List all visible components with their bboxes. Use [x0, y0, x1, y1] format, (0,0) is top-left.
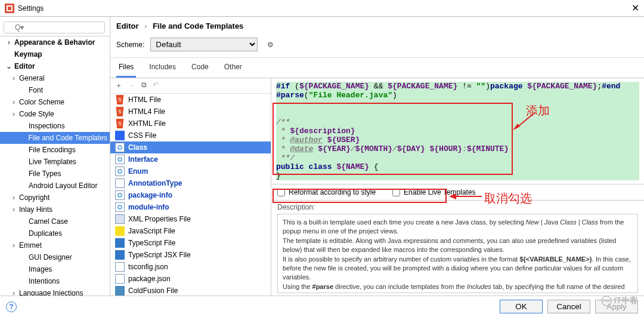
help-icon[interactable]: ?: [6, 301, 17, 312]
scheme-label: Scheme:: [116, 41, 144, 49]
tree-node-label: Inlay Hints: [19, 205, 52, 214]
search-input[interactable]: [4, 21, 105, 33]
list-item-label: XHTML File: [128, 119, 166, 128]
tree-node[interactable]: GUI Designer: [0, 251, 110, 263]
tree-node-label: Color Scheme: [19, 98, 64, 106]
tree-node[interactable]: ›Emmet: [0, 239, 110, 251]
file-icon: [115, 107, 125, 116]
tree-node[interactable]: ›Code Style: [0, 108, 110, 120]
list-item-label: Enum: [128, 167, 148, 176]
file-icon: [115, 250, 125, 260]
tab-other[interactable]: Other: [222, 58, 244, 78]
tree-node[interactable]: Images: [0, 263, 110, 275]
chevron-icon: ›: [11, 110, 17, 118]
breadcrumb-b: File and Code Templates: [153, 21, 243, 30]
tree-node-label: Editor: [14, 62, 35, 70]
breadcrumb-a: Editor: [116, 21, 139, 30]
template-list-item[interactable]: HTML4 File: [110, 106, 271, 118]
minus-icon[interactable]: －: [128, 81, 135, 91]
description-title: Description:: [271, 201, 644, 213]
tree-node-label: File Encodings: [29, 146, 76, 154]
tree-node[interactable]: ›Color Scheme: [0, 96, 110, 108]
list-item-label: AnnotationType: [128, 179, 182, 187]
tree-node[interactable]: ›Inlay Hints: [0, 204, 110, 216]
list-item-label: HTML4 File: [128, 107, 165, 116]
template-list-item[interactable]: module-info: [110, 201, 271, 213]
apply-button[interactable]: Apply: [595, 300, 638, 313]
ok-button[interactable]: OK: [500, 300, 543, 313]
plus-icon[interactable]: ＋: [115, 81, 122, 91]
template-list-item[interactable]: package.json: [110, 273, 271, 285]
template-editor[interactable]: #if (${PACKAGE_NAME} && ${PACKAGE_NAME} …: [271, 78, 644, 184]
list-item-label: TypeScript JSX File: [128, 251, 191, 259]
template-list-item[interactable]: TypeScript File: [110, 237, 271, 249]
template-list-item[interactable]: tsconfig.json: [110, 261, 271, 273]
window-title: Settings: [18, 4, 631, 13]
close-icon[interactable]: ✕: [631, 2, 639, 14]
file-icon: [115, 95, 125, 104]
chevron-icon: ⌄: [6, 62, 12, 70]
tree-node-label: Live Templates: [29, 158, 76, 166]
settings-tree[interactable]: ›Appearance & BehaviorKeymap⌄Editor›Gene…: [0, 17, 110, 296]
live-templates-checkbox[interactable]: Enable Live Templates: [392, 188, 476, 196]
template-list-item[interactable]: JavaScript File: [110, 225, 271, 237]
tree-node-label: Duplicates: [29, 229, 62, 238]
tree-node[interactable]: Intentions: [0, 275, 110, 287]
tree-node[interactable]: ›Appearance & Behavior: [0, 36, 110, 48]
template-list-item[interactable]: CSS File: [110, 130, 271, 141]
template-list-item[interactable]: AnnotationType: [110, 177, 271, 189]
tree-node-label: File and Code Templates: [28, 134, 107, 142]
template-list-item[interactable]: TypeScript JSX File: [110, 249, 271, 261]
template-list-item[interactable]: package-info: [110, 189, 271, 201]
tree-node[interactable]: ›Language Injections: [0, 287, 110, 296]
list-toolbar: ＋ － ⧉ ↶: [110, 78, 271, 94]
list-item-label: HTML File: [128, 96, 161, 104]
list-item-label: CSS File: [128, 131, 156, 140]
template-list-item[interactable]: HTML File: [110, 94, 271, 106]
tree-node[interactable]: ›General: [0, 72, 110, 84]
tree-node-label: GUI Designer: [29, 253, 72, 261]
tree-node[interactable]: Duplicates: [0, 227, 110, 239]
cancel-button[interactable]: Cancel: [547, 300, 590, 313]
tree-node[interactable]: ›Copyright: [0, 192, 110, 204]
tree-node-label: Code Style: [19, 110, 54, 118]
tree-node[interactable]: Inspections: [0, 120, 110, 132]
gear-icon[interactable]: ⚙: [264, 38, 277, 51]
tree-node-label: Language Injections: [19, 289, 83, 296]
tree-node[interactable]: Live Templates: [0, 156, 110, 168]
tree-node[interactable]: File and Code Templates: [0, 132, 110, 144]
tree-node-label: Font: [29, 86, 43, 94]
scheme-select[interactable]: Default: [150, 38, 258, 51]
tree-node-label: Emmet: [19, 241, 42, 250]
copy-icon[interactable]: ⧉: [141, 81, 147, 91]
file-icon: [115, 119, 125, 128]
file-icon: [115, 226, 125, 236]
file-icon: [115, 178, 125, 188]
tree-node-label: Intentions: [29, 277, 60, 285]
tree-node-label: Images: [29, 265, 52, 273]
svg-rect-2: [8, 7, 11, 10]
tree-node[interactable]: Android Layout Editor: [0, 180, 110, 192]
reformat-checkbox[interactable]: Reformat according to style: [277, 188, 376, 196]
revert-icon[interactable]: ↶: [153, 81, 159, 91]
tree-node[interactable]: ⌄Editor: [0, 60, 110, 72]
template-list-item[interactable]: Interface: [110, 153, 271, 165]
tree-node[interactable]: Font: [0, 84, 110, 96]
tree-node[interactable]: File Encodings: [0, 144, 110, 156]
template-list-item[interactable]: Class: [110, 141, 271, 153]
list-item-label: Class: [128, 143, 147, 152]
searchbar: [0, 19, 110, 36]
tree-node[interactable]: Camel Case: [0, 216, 110, 227]
tab-includes[interactable]: Includes: [147, 58, 178, 78]
file-icon: [115, 286, 125, 296]
tab-files[interactable]: Files: [116, 58, 136, 78]
tab-code[interactable]: Code: [189, 58, 211, 78]
template-list-item[interactable]: XHTML File: [110, 118, 271, 130]
template-list-item[interactable]: ColdFusion File: [110, 285, 271, 296]
list-item-label: package.json: [128, 275, 171, 283]
template-list-item[interactable]: Enum: [110, 165, 271, 177]
template-list-item[interactable]: XML Properties File: [110, 213, 271, 225]
tree-node[interactable]: File Types: [0, 168, 110, 180]
tree-node[interactable]: Keymap: [0, 48, 110, 60]
chevron-icon: ›: [11, 74, 17, 82]
